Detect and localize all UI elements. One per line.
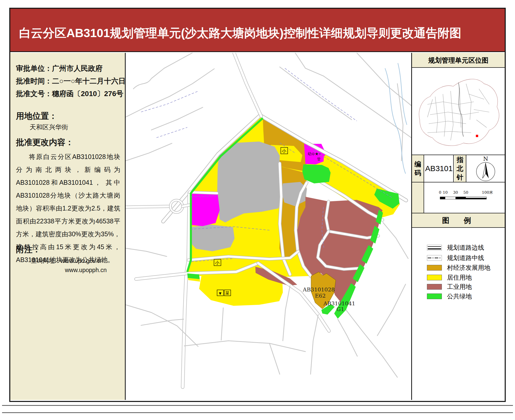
svg-text:N: N — [483, 156, 488, 162]
zone-facility-west — [188, 193, 220, 226]
code-value: AB3101 — [425, 164, 453, 173]
legend-item-village-economy: 村经济发展用地 — [427, 264, 490, 272]
plan-map-svg: AB3101028 E62 AB3101041 G1 小 小 ▼ 菜 — [126, 53, 411, 400]
code-value-cell: AB3101 — [425, 155, 454, 182]
code-label: 编码 — [414, 160, 422, 177]
svg-text:30: 30 — [453, 190, 458, 195]
city-road-sketch — [427, 84, 489, 140]
approval-doc-line: 批准文号：穗府函〔2010〕276号 — [16, 87, 126, 100]
scale-label-cell — [412, 182, 424, 213]
svg-text:10: 10 — [443, 190, 448, 195]
svg-text:小: 小 — [215, 260, 220, 265]
location-map-title: 规划管理单元区位图 — [412, 53, 505, 68]
page-title: 白云分区AB3101规划管理单元(沙太路大塘岗地块)控制性详细规划导则更改通告附… — [19, 9, 461, 52]
village-economy-swatch — [427, 265, 442, 271]
legend-title: 图 例 — [412, 213, 505, 228]
green-space-swatch — [427, 293, 442, 299]
svg-text:▼: ▼ — [219, 291, 221, 295]
change-content-heading: 批准更改内容： — [16, 137, 74, 148]
scale-bar: 0 10 30 50 100米 — [425, 182, 505, 213]
north-label-cell: 指北针 — [454, 155, 466, 182]
north-compass-icon: N — [467, 155, 505, 183]
scale-row: 0 10 30 50 100米 — [412, 182, 505, 213]
parcel-2-code-label: AB3101041 — [323, 300, 355, 307]
location-map-svg — [412, 68, 505, 155]
compass-cell: N — [467, 155, 505, 182]
query-url-label: 查询网址： — [31, 257, 61, 264]
north-arrow-label: 指北针 — [457, 155, 464, 182]
svg-text:0: 0 — [439, 190, 441, 195]
road-edge-symbol — [427, 245, 442, 250]
query-url-1: www.upo.gov.cn — [61, 257, 103, 264]
content-area: 审批单位：广州市人民政府 批准时间：二○一○年十二月十六日 批准文号：穗府函〔2… — [10, 53, 505, 400]
planning-notice-page: 白云分区AB3101规划管理单元(沙太路大塘岗地块)控制性详细规划导则更改通告附… — [0, 0, 515, 420]
svg-text:菜: 菜 — [225, 291, 229, 296]
parcel-1-code-label: AB3101028 — [303, 287, 335, 293]
code-north-row: 编码 AB3101 指北针 N — [412, 155, 505, 182]
map-info-panel: 规划管理单元区位图 — [412, 53, 505, 400]
land-location-value: 天和区兴华街 — [30, 123, 68, 131]
query-url-line: 查询网址：www.upo.gov.cn — [31, 257, 103, 265]
utility-icon: 管 — [317, 157, 321, 161]
approval-info-panel: 审批单位：广州市人民政府 批准时间：二○一○年十二月十六日 批准文号：穗府函〔2… — [10, 53, 126, 400]
scale-bar-cell: 0 10 30 50 100米 — [425, 182, 505, 213]
main-plan-map: AB3101028 E62 AB3101041 G1 小 小 ▼ 菜 — [126, 53, 412, 400]
legend-item-road-center: 规划道路中线 — [427, 254, 484, 262]
legend-item-green-space: 公共绿地 — [427, 292, 472, 300]
bottom-border-line-2 — [2, 412, 513, 413]
svg-text:50: 50 — [463, 190, 468, 195]
zone-gray-lower — [189, 225, 235, 251]
approval-date-line: 批准时间：二○一○年十二月十六日 — [16, 75, 126, 87]
page-frame: 白云分区AB3101规划管理单元(沙太路大塘岗地块)控制性详细规划导则更改通告附… — [9, 8, 506, 402]
legend-item-residential: 居住用地 — [427, 274, 472, 281]
land-location-heading: 用地位置： — [16, 111, 57, 122]
title-bar: 白云分区AB3101规划管理单元(沙太路大塘岗地块)控制性详细规划导则更改通告附… — [10, 9, 505, 52]
legend-item-industrial: 工业用地 — [427, 283, 472, 291]
parcel-1-use-label: E62 — [315, 293, 326, 299]
parcel-2-use-label: G1 — [337, 306, 344, 312]
road-center-symbol — [427, 255, 442, 261]
residential-swatch — [427, 275, 442, 280]
approval-info-block: 审批单位：广州市人民政府 批准时间：二○一○年十二月十六日 批准文号：穗府函〔2… — [16, 62, 126, 100]
code-label-cell: 编码 — [412, 155, 424, 182]
svg-text:100米: 100米 — [482, 190, 493, 195]
river-sketch — [458, 82, 464, 137]
approval-unit-line: 审批单位：广州市人民政府 — [16, 62, 126, 75]
legend-item-road-edge: 规划道路边线 — [427, 244, 484, 251]
location-map — [412, 68, 505, 155]
legend-list: 规划道路边线 规划道路中线 村经济发展用地 居住用地 — [412, 228, 505, 400]
svg-text:小: 小 — [282, 148, 286, 154]
query-url-2: www.upopph.cn — [65, 267, 107, 274]
notes-heading: 附注： — [16, 244, 41, 255]
industrial-swatch — [427, 284, 442, 290]
river-lines — [385, 63, 407, 174]
bottom-border-line-1 — [2, 405, 513, 406]
unit-location-dot — [476, 135, 478, 137]
kindergarten-star-icons: 幼⊙★⋆ — [308, 152, 321, 156]
